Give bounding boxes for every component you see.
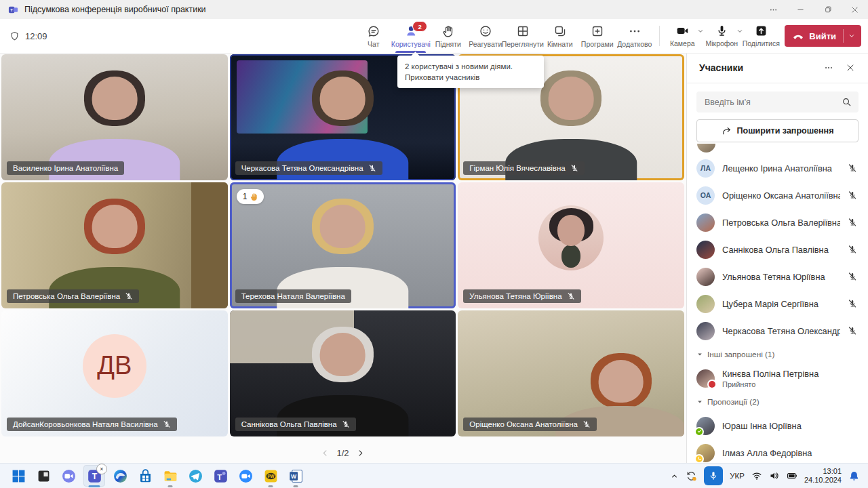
pw-app-icon: PW (263, 468, 279, 484)
taskbar-app-task-view[interactable] (33, 466, 54, 486)
language-indicator[interactable]: УКР (730, 472, 745, 480)
view-button[interactable]: Переглянути (505, 19, 540, 53)
participant-row[interactable]: Саннікова Ольга Павлівна (696, 236, 859, 263)
react-button[interactable]: Реагувати (467, 19, 503, 53)
zoom-icon (238, 468, 254, 484)
taskbar-apps: T × T PW W (8, 465, 306, 487)
participants-panel: Учасники Поширити запрошення ЛА Лещенко … (686, 53, 868, 464)
participant-name: Саннікова Ольга Павлівна (722, 245, 840, 255)
edge-icon (113, 468, 128, 484)
video-tile[interactable]: Оріщенко Оксана Анатоліївна (458, 310, 684, 436)
mic-off-icon (848, 190, 857, 200)
panel-more-button[interactable] (819, 58, 838, 77)
rooms-button[interactable]: Кімнати (542, 19, 578, 53)
video-tile[interactable]: ДВ ДойсанКоровьонкова Наталя Василівна (1, 310, 228, 436)
taskbar-app-store[interactable] (135, 466, 155, 486)
titlebar-more-button[interactable] (760, 0, 787, 19)
participant-row[interactable]: Ульянова Тетяна Юріївна (696, 263, 859, 290)
battery-icon[interactable] (787, 470, 797, 481)
participant-row[interactable]: Цубера Марія Сергіївна (696, 290, 859, 317)
taskbar-app-file-explorer[interactable] (160, 466, 180, 486)
mic-button[interactable]: Мікрофон (706, 19, 737, 53)
tray-mic-button[interactable] (704, 466, 723, 485)
avatar (538, 205, 604, 270)
taskbar-app-word[interactable]: W (285, 466, 306, 486)
participant-name: Черкасова Тетяна Олександр... (722, 326, 840, 336)
avatar (696, 241, 715, 259)
share-invite-button[interactable]: Поширити запрошення (696, 119, 859, 142)
video-tile[interactable]: Саннікова Ольга Павлівна (230, 310, 456, 436)
svg-text:T: T (217, 472, 222, 481)
windows-taskbar: T × T PW W УКР (0, 463, 868, 488)
section-header[interactable]: Інші запрошені (1) (696, 344, 859, 365)
camera-button[interactable]: Камера (667, 19, 698, 53)
users-tooltip: 2 користувачі з новими діями. Приховати … (397, 56, 544, 88)
hangup-icon (793, 30, 804, 41)
participant-row[interactable]: ЛА Лещенко Ірина Анатоліївна (696, 155, 859, 182)
next-page-icon[interactable] (356, 449, 365, 458)
panel-close-button[interactable] (841, 58, 860, 77)
taskbar-app-teams-classic[interactable]: T (210, 466, 231, 486)
video-tile[interactable]: Ульянова Тетяна Юріївна (458, 182, 684, 308)
mic-icon (708, 470, 719, 481)
tray-expand-icon[interactable] (670, 472, 679, 481)
mic-chevron-icon[interactable] (736, 27, 744, 35)
grid-pagination: 1/2 (0, 448, 686, 458)
svg-text:PW: PW (267, 473, 274, 478)
leave-options-chevron[interactable] (844, 25, 860, 47)
mic-off-icon (848, 163, 857, 173)
status-badge (707, 380, 717, 389)
taskbar-app-start[interactable] (8, 466, 28, 486)
telegram-icon (188, 468, 203, 484)
share-button[interactable]: Поділитися (745, 19, 776, 53)
close-button[interactable] (841, 0, 868, 19)
taskbar-app-zoom[interactable] (235, 466, 256, 486)
participant-name-tag: Петровська Ольга Валеріївна (7, 289, 139, 303)
react-icon (479, 24, 492, 38)
volume-icon[interactable] (769, 470, 780, 481)
view-icon (516, 24, 530, 38)
video-stage: Василенко Ірина Анатоліївна Черкасова Те… (0, 53, 686, 464)
participant-search (696, 92, 859, 113)
notifications-bell-icon[interactable] (848, 470, 860, 482)
participant-name-tag: Черкасова Тетяна Олександрівна (235, 161, 382, 175)
taskbar-app-meet-chat[interactable] (58, 466, 79, 486)
raise-hand-button[interactable]: Підняти (430, 19, 466, 53)
apps-button[interactable]: Програми (579, 19, 615, 53)
participant-row[interactable]: ОА Оріщенко Оксана Анатоліївна (696, 182, 859, 209)
video-tile[interactable]: 1 Терехова Наталя Валеріївна (230, 182, 456, 308)
video-tile[interactable]: Петровська Ольга Валеріївна (1, 182, 228, 308)
participant-name-tag: Оріщенко Оксана Анатоліївна (463, 418, 597, 431)
participant-list: ЛА Лещенко Ірина Анатоліївна ОА Оріщенко… (696, 144, 859, 464)
maximize-button[interactable] (814, 0, 841, 19)
chat-button[interactable]: Чат (355, 19, 391, 53)
participant-name: Кинєва Поліна Петрівна (722, 369, 859, 379)
video-grid: Василенко Ірина Анатоліївна Черкасова Те… (0, 53, 686, 436)
onedrive-sync-icon[interactable] (686, 470, 697, 482)
users-button[interactable]: Користувачі 2 (393, 19, 429, 53)
mic-off-icon (848, 245, 857, 254)
taskbar-app-edge[interactable] (110, 466, 130, 486)
prev-page-icon[interactable] (321, 449, 330, 458)
wifi-icon[interactable] (751, 470, 762, 481)
avatar (696, 322, 715, 340)
more-actions-button[interactable]: Додатково (616, 19, 652, 53)
taskbar-app-telegram[interactable] (185, 466, 205, 486)
clock[interactable]: 13:01 24.10.2024 (804, 467, 842, 485)
taskbar-app-pw-app[interactable]: PW (260, 466, 281, 486)
taskbar-app-teams[interactable]: T × (83, 465, 105, 487)
minimize-button[interactable] (787, 0, 814, 19)
participant-row[interactable]: Черкасова Тетяна Олександр... (696, 317, 859, 344)
camera-chevron-icon[interactable] (696, 27, 705, 35)
leave-button[interactable]: Вийти (785, 25, 861, 47)
section-header[interactable]: Пропозиції (2) (696, 392, 859, 412)
video-tile[interactable]: Василенко Ірина Анатоліївна (1, 54, 228, 180)
participant-row[interactable]: Ілмаз Алла Федорівна (696, 439, 859, 464)
participant-row[interactable]: Юраш Інна Юріївна (696, 412, 859, 439)
search-input[interactable] (703, 97, 842, 108)
participant-row[interactable]: Петровська Ольга Валеріївна (696, 209, 859, 236)
svg-text:T: T (92, 472, 97, 481)
participant-row[interactable]: Кинєва Поліна Петрівна Прийнято (696, 365, 859, 392)
maximize-icon (823, 5, 832, 14)
avatar (696, 444, 715, 462)
